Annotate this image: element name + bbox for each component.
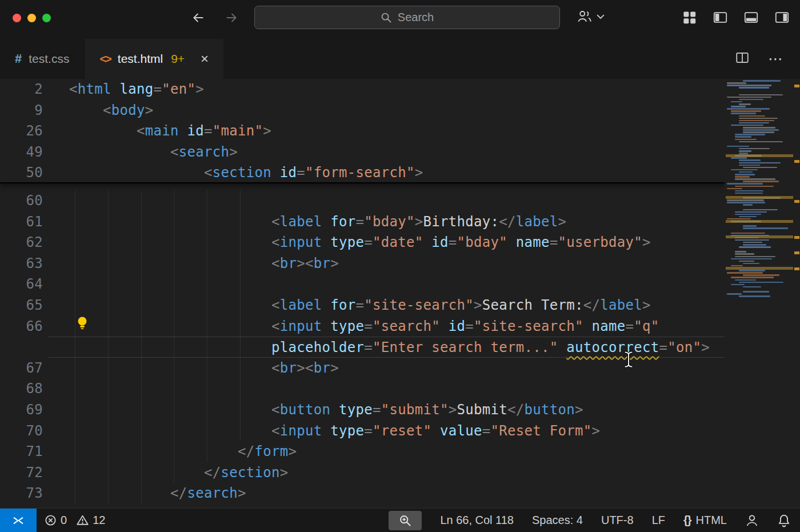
braces-icon: {} — [683, 514, 691, 527]
line-number[interactable]: 69 — [0, 399, 49, 421]
line-number[interactable]: 66 — [0, 316, 49, 337]
code-body[interactable]: 6061 <label for="bday">Birthday:</label>… — [0, 183, 725, 507]
problems-status[interactable]: 0 12 — [45, 514, 111, 527]
line-number[interactable]: 72 — [0, 462, 49, 483]
line-number[interactable]: 73 — [0, 483, 49, 504]
line-number[interactable]: 68 — [0, 378, 49, 399]
account-status-button[interactable] — [745, 514, 759, 527]
more-actions-button[interactable]: ⋯ — [768, 50, 784, 68]
remote-indicator[interactable] — [0, 509, 37, 532]
error-icon — [45, 514, 57, 526]
minimap-line — [735, 176, 750, 178]
line-number[interactable]: 61 — [0, 211, 49, 233]
tab-test-html[interactable]: <> test.html 9+ × — [85, 39, 223, 79]
code-line[interactable]: 71 </form> — [0, 441, 725, 462]
minimap-line — [739, 150, 751, 152]
toggle-panel-button[interactable] — [743, 10, 759, 25]
minimap-line — [735, 211, 767, 213]
line-number[interactable]: 62 — [0, 232, 49, 253]
line-number[interactable]: 63 — [0, 253, 49, 274]
line-number[interactable] — [0, 337, 49, 358]
sticky-line[interactable]: 26 <main id="main"> — [0, 121, 725, 142]
tab-label: test.html — [118, 52, 163, 66]
code-pane[interactable]: 2<html lang="en">9 <body>26 <main id="ma… — [0, 79, 725, 508]
code-line[interactable]: 69 <button type="submit">Submit</button> — [0, 399, 725, 421]
panel-right-icon — [774, 10, 790, 25]
line-number[interactable]: 70 — [0, 421, 49, 442]
cursor-position-status[interactable]: Ln 66, Col 118 — [440, 514, 514, 527]
code-line[interactable]: 66 <input type="search" id="site-search"… — [0, 316, 725, 337]
back-button[interactable] — [189, 8, 208, 27]
tab-bar: # test.css <> test.html 9+ × ⋯ — [0, 35, 800, 79]
customize-layout-button[interactable] — [682, 10, 697, 25]
maximize-window-button[interactable] — [42, 14, 51, 22]
overview-ruler-mark — [794, 85, 799, 87]
language-mode-status[interactable]: {} HTML — [683, 514, 727, 527]
code-line[interactable]: 62 <input type="date" id="bday" name="us… — [0, 232, 725, 253]
code-text: <input type="reset" value="Reset Form"> — [49, 421, 725, 442]
minimize-window-button[interactable] — [27, 14, 36, 22]
encoding-status[interactable]: UTF-8 — [601, 514, 634, 527]
eol-status[interactable]: LF — [652, 514, 665, 527]
code-line[interactable]: placeholder="Enter search term..." autoc… — [0, 337, 725, 358]
zoom-indicator[interactable] — [389, 511, 422, 530]
sticky-line[interactable]: 2<html lang="en"> — [0, 79, 725, 100]
error-count: 0 — [61, 514, 67, 527]
forward-button[interactable] — [222, 8, 241, 27]
overview-ruler-mark — [794, 236, 799, 239]
minimap-line — [735, 174, 755, 175]
code-line[interactable]: 70 <input type="reset" value="Reset Form… — [0, 421, 725, 442]
accounts-button[interactable] — [576, 8, 605, 25]
code-line[interactable]: 68 — [0, 378, 725, 399]
close-window-button[interactable] — [13, 14, 21, 22]
tab-test-css[interactable]: # test.css — [0, 39, 85, 79]
line-number[interactable]: 9 — [0, 100, 49, 121]
minimap-line — [739, 162, 781, 164]
minimap-line — [743, 274, 779, 276]
line-number[interactable]: 67 — [0, 358, 49, 379]
code-text: </form> — [49, 441, 725, 462]
toggle-secondary-sidebar-button[interactable] — [774, 10, 790, 25]
line-number[interactable]: 2 — [0, 79, 49, 100]
minimap-line — [739, 120, 774, 122]
code-line[interactable]: 73 </search> — [0, 483, 725, 504]
layout-grid-icon — [682, 10, 697, 25]
sticky-scroll: 2<html lang="en">9 <body>26 <main id="ma… — [0, 79, 725, 183]
title-bar: Search — [0, 0, 800, 35]
indentation-status[interactable]: Spaces: 4 — [532, 514, 583, 527]
minimap[interactable] — [725, 79, 800, 508]
toggle-primary-sidebar-button[interactable] — [713, 10, 728, 25]
minimap-line — [739, 118, 778, 119]
line-number[interactable]: 60 — [0, 190, 49, 211]
language-label: HTML — [696, 514, 727, 527]
sticky-line[interactable]: 50 <section id="form-search"> — [0, 162, 725, 183]
line-number[interactable]: 50 — [0, 162, 49, 183]
line-number[interactable]: 64 — [0, 274, 49, 295]
code-line[interactable]: 61 <label for="bday">Birthday:</label> — [0, 211, 725, 233]
line-number[interactable]: 26 — [0, 121, 49, 142]
minimap-line — [739, 148, 770, 150]
search-command-center[interactable]: Search — [254, 6, 560, 29]
minimap-line — [731, 277, 774, 278]
notifications-button[interactable] — [777, 514, 791, 527]
code-line[interactable]: 72 </section> — [0, 462, 725, 483]
line-number[interactable]: 71 — [0, 441, 49, 462]
code-line[interactable]: 60 — [0, 190, 725, 211]
editor: 2<html lang="en">9 <body>26 <main id="ma… — [0, 79, 800, 508]
sticky-line[interactable]: 9 <body> — [0, 100, 725, 121]
code-line[interactable]: 67 <br><br> — [0, 358, 725, 379]
code-text: <input type="date" id="bday" name="userb… — [49, 232, 725, 253]
minimap-line — [739, 159, 761, 161]
split-editor-button[interactable] — [735, 50, 750, 67]
search-placeholder: Search — [398, 11, 434, 24]
line-number[interactable]: 65 — [0, 295, 49, 316]
sticky-line[interactable]: 49 <search> — [0, 142, 725, 163]
layout-controls — [682, 10, 790, 25]
lightbulb-icon[interactable] — [77, 316, 88, 337]
minimap-line — [743, 242, 762, 243]
code-line[interactable]: 64 — [0, 274, 725, 295]
code-line[interactable]: 65 <label for="site-search">Search Term:… — [0, 295, 725, 316]
code-line[interactable]: 63 <br><br> — [0, 253, 725, 274]
close-tab-button[interactable]: × — [201, 52, 209, 66]
line-number[interactable]: 49 — [0, 142, 49, 163]
